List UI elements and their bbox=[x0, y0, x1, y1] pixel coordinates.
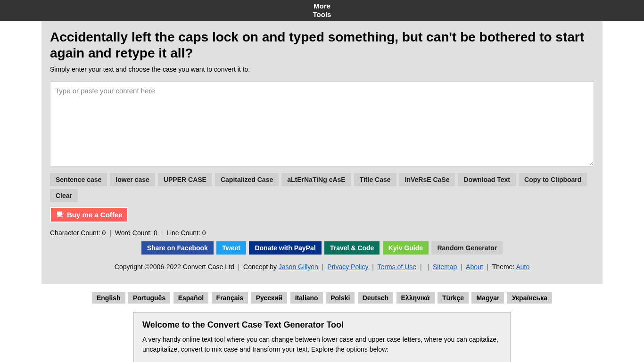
lang-english[interactable]: English bbox=[92, 292, 125, 304]
info-content: Welcome to the Convert Case Text Generat… bbox=[133, 312, 511, 362]
more-tools-line1: More bbox=[0, 2, 644, 10]
content-textarea[interactable] bbox=[50, 82, 594, 166]
char-count-value: 0 bbox=[102, 229, 106, 237]
lang-deutsch[interactable]: Deutsch bbox=[358, 292, 393, 304]
coffee-label: Buy me a Coffee bbox=[67, 211, 123, 219]
sentence-case-button[interactable]: Sentence case bbox=[50, 173, 107, 186]
download-text-button[interactable]: Download Text bbox=[458, 173, 516, 186]
concept-by-label: Concept by bbox=[243, 263, 277, 271]
travel-code-button[interactable]: Travel & Code bbox=[324, 241, 380, 255]
more-tools-line2: Tools bbox=[0, 10, 644, 19]
about-link[interactable]: About bbox=[466, 263, 483, 271]
clear-button[interactable]: Clear bbox=[50, 189, 78, 202]
language-bar: English Português Español Français Русск… bbox=[0, 292, 644, 304]
word-count-value: 0 bbox=[154, 229, 157, 237]
lang-magyar[interactable]: Magyar bbox=[471, 292, 504, 304]
welcome-card: Welcome to the Convert Case Text Generat… bbox=[133, 312, 511, 362]
lower-case-button[interactable]: lower case bbox=[110, 173, 155, 186]
lang-portugues[interactable]: Português bbox=[128, 292, 170, 304]
welcome-body: A very handy online text tool where you … bbox=[142, 335, 502, 354]
upper-case-button[interactable]: UPPER CASE bbox=[158, 173, 212, 186]
counts-bar: Character Count: 0 | Word Count: 0 | Lin… bbox=[50, 229, 594, 237]
char-count-label: Character Count: bbox=[50, 229, 100, 237]
capitalized-case-button[interactable]: Capitalized Case bbox=[215, 173, 279, 186]
terms-link[interactable]: Terms of Use bbox=[378, 263, 416, 271]
lang-turkce[interactable]: Türkçe bbox=[438, 292, 469, 304]
theme-label: Theme: bbox=[492, 263, 514, 271]
lang-francais[interactable]: Français bbox=[212, 292, 248, 304]
footer: Copyright ©2006-2022 Convert Case Ltd | … bbox=[50, 258, 594, 275]
lang-polski[interactable]: Polski bbox=[326, 292, 355, 304]
coffee-icon bbox=[56, 210, 64, 220]
copyright-text: Copyright ©2006-2022 Convert Case Ltd bbox=[115, 263, 234, 271]
lang-italiano[interactable]: Italiano bbox=[290, 292, 323, 304]
kyiv-guide-button[interactable]: Kyiv Guide bbox=[383, 241, 429, 255]
lang-russian[interactable]: Русский bbox=[251, 292, 288, 304]
theme-toggle[interactable]: Auto bbox=[516, 263, 529, 271]
welcome-title: Welcome to the Convert Case Text Generat… bbox=[142, 320, 502, 330]
lang-espanol[interactable]: Español bbox=[173, 292, 208, 304]
main-panel: Accidentally left the caps lock on and t… bbox=[41, 21, 603, 284]
author-link[interactable]: Jason Gillyon bbox=[279, 263, 318, 271]
line-count-label: Line Count: bbox=[166, 229, 200, 237]
lang-ukrainian[interactable]: Українська bbox=[507, 292, 552, 304]
donate-paypal-button[interactable]: Donate with PayPal bbox=[249, 241, 321, 255]
copy-clipboard-button[interactable]: Copy to Clipboard bbox=[519, 173, 587, 186]
alternating-case-button[interactable]: aLtErNaTiNg cAsE bbox=[281, 173, 351, 186]
random-generator-button[interactable]: Random Generator bbox=[431, 241, 503, 255]
line-count-value: 0 bbox=[202, 229, 206, 237]
share-facebook-button[interactable]: Share on Facebook bbox=[141, 241, 214, 255]
word-count-label: Word Count: bbox=[115, 229, 152, 237]
privacy-link[interactable]: Privacy Policy bbox=[327, 263, 368, 271]
lang-greek[interactable]: Ελληνικά bbox=[396, 292, 435, 304]
page-heading: Accidentally left the caps lock on and t… bbox=[50, 21, 594, 66]
more-tools-nav[interactable]: More Tools bbox=[0, 0, 644, 21]
sitemap-link[interactable]: Sitemap bbox=[433, 263, 457, 271]
inverse-case-button[interactable]: InVeRsE CaSe bbox=[399, 173, 455, 186]
case-button-row: Sentence case lower case UPPER CASE Capi… bbox=[50, 173, 594, 202]
buy-me-coffee-button[interactable]: Buy me a Coffee bbox=[50, 207, 128, 222]
tweet-button[interactable]: Tweet bbox=[216, 241, 246, 255]
title-case-button[interactable]: Title Case bbox=[354, 173, 396, 186]
page-subtitle: Simply enter your text and choose the ca… bbox=[50, 66, 594, 73]
share-bar: Share on Facebook Tweet Donate with PayP… bbox=[50, 241, 594, 255]
